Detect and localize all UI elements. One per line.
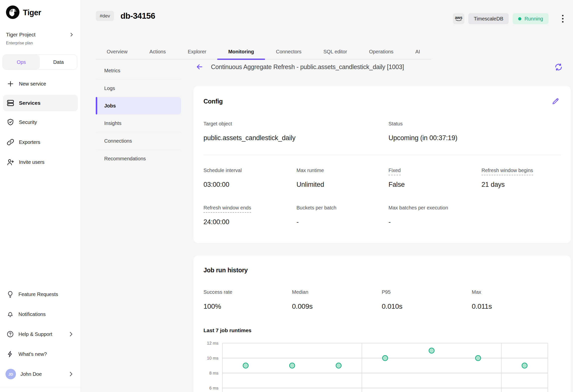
sidebar-item-services[interactable]: Services [3, 95, 78, 111]
project-name: Tiger Project [6, 32, 35, 38]
svg-text:6 ms: 6 ms [209, 386, 218, 391]
tab-bar: Overview Actions Explorer Monitoring Con… [96, 49, 431, 60]
footer-item-label: Notifications [18, 311, 46, 317]
arrow-left-icon [195, 63, 204, 71]
sidebar-item-notifications[interactable]: Notifications [0, 304, 81, 324]
field-refresh-window-begins: Refresh window begins 21 days [481, 168, 561, 189]
toggle-ops[interactable]: Ops [3, 55, 40, 70]
sidebar-item-invite-users[interactable]: Invite users [0, 152, 81, 172]
status-dot [518, 17, 521, 20]
sidebar-item-label: Exporters [19, 139, 40, 145]
chart-title: Last 7 job runtimes [193, 327, 571, 333]
db-type-badge: TimescaleDB [468, 13, 509, 24]
config-heading: Config [203, 98, 223, 105]
stat-max: Max 0.011s [472, 289, 561, 310]
field-max-batches-per-execution: Max batches per execution - [388, 205, 481, 226]
ops-data-toggle: Ops Data [2, 54, 77, 70]
footer-item-label: Help & Support [18, 331, 52, 337]
aws-logo: aws [455, 16, 462, 19]
field-fixed: Fixed False [388, 168, 481, 189]
user-name: John Doe [20, 371, 42, 377]
subnav-item-logs[interactable]: Logs [96, 80, 181, 97]
kebab-menu-button[interactable] [559, 13, 567, 24]
pencil-icon [551, 97, 560, 105]
chevron-right-icon [68, 31, 75, 38]
status-badge: Running [513, 13, 549, 24]
sidebar-item-whats-new[interactable]: What's new? [0, 344, 81, 364]
page-title-row: Continuous Aggregate Refresh - public.as… [193, 61, 571, 72]
tab-monitoring[interactable]: Monitoring [217, 49, 265, 59]
bell-icon [6, 310, 14, 318]
tab-explorer[interactable]: Explorer [177, 49, 217, 59]
tab-actions[interactable]: Actions [138, 49, 177, 59]
project-switcher[interactable]: Tiger Project [6, 31, 75, 38]
config-row-3: Refresh window ends 24:00:00 Buckets per… [193, 205, 571, 226]
chevron-right-icon [67, 370, 75, 378]
field-max-runtime: Max runtime Unlimited [296, 168, 388, 189]
lightbulb-icon [6, 291, 14, 298]
header-right: aws TimescaleDB Running [453, 13, 567, 24]
stat-p95: P95 0.010s [382, 289, 472, 310]
status-label: Running [524, 16, 543, 22]
project-plan: Enterprise plan [6, 41, 33, 45]
sidebar-item-label: Security [19, 119, 37, 125]
subnav-item-metrics[interactable]: Metrics [96, 62, 181, 79]
chevron-right-icon [67, 330, 75, 338]
config-row-2: Schedule interval 03:00:00 Max runtime U… [193, 168, 571, 189]
sidebar-footer: Feature Requests Notifications Help & Su… [0, 284, 81, 384]
subnav-item-insights[interactable]: Insights [96, 114, 181, 132]
toggle-data[interactable]: Data [40, 55, 77, 70]
field-refresh-window-ends: Refresh window ends 24:00:00 [203, 205, 296, 226]
job-history-stats: Success rate 100% Median 0.009s P95 0.01… [193, 289, 571, 310]
link-icon [6, 138, 14, 146]
subnav-item-connections[interactable]: Connections [96, 132, 181, 150]
tab-ai[interactable]: AI [404, 49, 431, 59]
sidebar-item-exporters[interactable]: Exporters [0, 132, 81, 152]
aws-badge: aws [453, 13, 464, 24]
sidebar-item-feature-requests[interactable]: Feature Requests [0, 284, 81, 304]
sidebar-item-label: Invite users [19, 159, 44, 165]
svg-text:10 ms: 10 ms [207, 356, 218, 361]
runtime-chart: 12 ms10 ms8 ms6 ms [203, 340, 561, 392]
stat-success-rate: Success rate 100% [203, 289, 292, 310]
job-run-history-card: Job run history Success rate 100% Median… [193, 256, 571, 392]
config-card: Config Target object public.assets_candl… [193, 86, 571, 243]
field-schedule-interval: Schedule interval 03:00:00 [203, 168, 296, 189]
tab-operations[interactable]: Operations [358, 49, 404, 59]
sidebar-item-help-support[interactable]: Help & Support [0, 324, 81, 344]
avatar: JD [5, 369, 16, 379]
refresh-button[interactable] [554, 62, 563, 72]
edit-config-button[interactable] [551, 97, 560, 105]
user-menu[interactable]: JD John Doe [0, 364, 81, 384]
sidebar-nav: New service Services Security Exporters [0, 74, 81, 172]
sidebar-item-label: Services [19, 100, 40, 106]
aws-smile-icon [455, 19, 462, 21]
sidebar-item-security[interactable]: Security [0, 112, 81, 132]
footer-item-label: Feature Requests [18, 292, 58, 297]
sidebar: Tiger Tiger Project Enterprise plan Ops … [0, 0, 81, 392]
subnav-item-recommendations[interactable]: Recommendations [96, 150, 181, 167]
service-header: #dev db-34156 [96, 11, 155, 21]
brand[interactable]: Tiger [6, 5, 41, 20]
tab-connectors[interactable]: Connectors [265, 49, 312, 59]
shield-check-icon [6, 118, 14, 126]
footer-item-label: What's new? [18, 351, 47, 357]
svg-text:12 ms: 12 ms [207, 341, 218, 346]
field-status: Status Upcoming (in 00:37:19) [388, 121, 561, 142]
plus-icon [6, 80, 14, 88]
content: #dev db-34156 aws TimescaleDB Running Ov… [81, 0, 573, 392]
page-title: Continuous Aggregate Refresh - public.as… [211, 63, 404, 71]
tab-sql-editor[interactable]: SQL editor [312, 49, 358, 59]
service-name: db-34156 [120, 11, 155, 21]
monitoring-subnav: Metrics Logs Jobs Insights Connections R… [96, 62, 181, 167]
sidebar-divider [0, 387, 81, 387]
back-button[interactable] [194, 61, 205, 72]
subnav-item-jobs[interactable]: Jobs [96, 97, 181, 114]
stat-median: Median 0.009s [292, 289, 382, 310]
tab-overview[interactable]: Overview [96, 49, 138, 59]
field-target-object: Target object public.assets_candlestick_… [203, 121, 388, 142]
env-badge: #dev [96, 11, 114, 21]
services-icon [6, 99, 14, 107]
sidebar-item-label: New service [19, 81, 46, 87]
sidebar-item-new-service[interactable]: New service [0, 74, 81, 94]
